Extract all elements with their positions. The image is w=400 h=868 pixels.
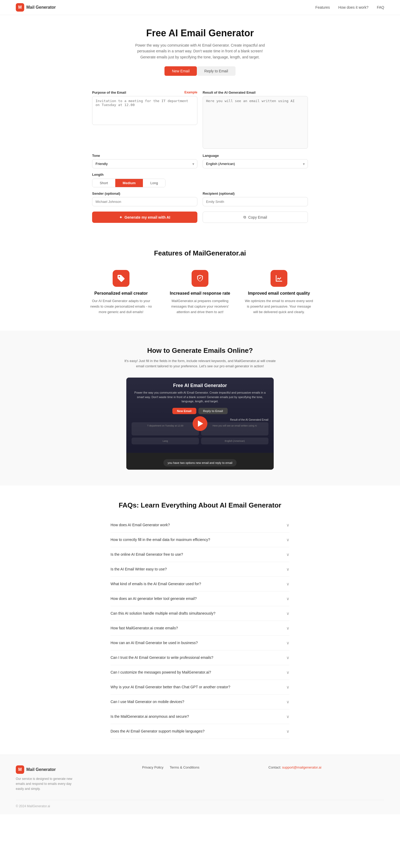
email-form: Purpose of the Email Example Result of t…	[82, 84, 318, 234]
footer-top: M Mail Generator Our service is designed…	[16, 765, 384, 792]
faq-question-0: How does AI Email Generator work?	[111, 523, 170, 527]
nav-howto[interactable]: How does it work?	[338, 5, 368, 9]
language-label: Language	[203, 154, 308, 158]
faq-item-5[interactable]: How does an AI generator letter tool gen…	[111, 591, 289, 606]
nav-features[interactable]: Features	[315, 5, 330, 9]
faq-item-6[interactable]: Can this AI solution handle multiple ema…	[111, 606, 289, 621]
faq-question-3: Is the AI Email Writer easy to use?	[111, 567, 167, 571]
feature-title-2: Improved email content quality	[245, 291, 313, 296]
faq-item-11[interactable]: Why is your AI Email Generator better th…	[111, 680, 289, 694]
nav-faq[interactable]: FAQ	[377, 5, 384, 9]
generate-label: Generate my email with AI	[124, 215, 170, 219]
faq-chevron-13: ∨	[286, 714, 289, 719]
faq-item-1[interactable]: How to correctly fill in the email data …	[111, 532, 289, 547]
footer-logo[interactable]: M Mail Generator	[16, 765, 131, 774]
purpose-label: Purpose of the Email	[92, 91, 126, 94]
faq-item-9[interactable]: Can I trust the AI Email Generator to wr…	[111, 650, 289, 665]
faq-item-0[interactable]: How does AI Email Generator work? ∨	[111, 518, 289, 532]
contact-label: Contact:	[269, 765, 281, 769]
generate-icon: ✦	[119, 215, 122, 219]
video-preview: Free AI Email Generator Power the way yo…	[126, 378, 274, 453]
footer-links: Privacy Policy Terms & Conditions	[142, 765, 258, 792]
sender-input[interactable]	[92, 197, 197, 206]
video-tab-reply: Reply to Email	[198, 408, 228, 414]
chart-icon	[275, 274, 283, 283]
feature-icon-1	[192, 270, 208, 287]
footer-logo-icon: M	[16, 765, 24, 774]
form-main-grid: Purpose of the Email Example Result of t…	[92, 91, 308, 150]
faq-item-10[interactable]: Can I customize the messages powered by …	[111, 665, 289, 680]
video-lang-label: Lang	[134, 440, 197, 442]
faq-chevron-14: ∨	[286, 729, 289, 734]
feature-icon-2	[271, 270, 287, 287]
tab-reply-email[interactable]: Reply to Email	[197, 66, 235, 76]
footer: M Mail Generator Our service is designed…	[0, 754, 400, 814]
faq-question-1: How to correctly fill in the email data …	[111, 537, 210, 542]
faq-chevron-2: ∨	[286, 552, 289, 557]
tab-new-email[interactable]: New Email	[164, 66, 197, 76]
main-nav: Features How does it work? FAQ	[315, 5, 384, 9]
contact-email[interactable]: support@mailgenerator.ai	[282, 765, 321, 769]
feature-card-0: Personalized email creator Our AI Email …	[87, 270, 155, 315]
faq-item-12[interactable]: Can I use Mail Generator on mobile devic…	[111, 694, 289, 709]
video-lang-row: Lang English (American)	[131, 438, 269, 444]
features-title: Features of MailGenerator.ai	[10, 249, 390, 257]
faq-chevron-5: ∨	[286, 596, 289, 601]
sender-recipient-row: Sender (optional) Recipient (optional)	[92, 191, 308, 206]
tone-language-row: Tone Friendly Formal Casual Professional…	[92, 154, 308, 168]
faq-chevron-12: ∨	[286, 699, 289, 704]
play-button[interactable]	[193, 416, 207, 431]
hero-title: Free AI Email Generator	[5, 28, 395, 39]
tone-select[interactable]: Friendly Formal Casual Professional Humo…	[92, 159, 197, 168]
features-section: Features of MailGenerator.ai Personalize…	[0, 234, 400, 331]
faq-item-13[interactable]: Is the MailGenerator.ai anonymous and se…	[111, 709, 289, 724]
feature-desc-2: We optimizes the email to ensure every w…	[245, 298, 313, 315]
video-tab-new: New Email	[173, 408, 196, 414]
feature-desc-0: Our AI Email Generator adapts to your ne…	[87, 298, 155, 315]
video-lang-right: English (American)	[201, 438, 269, 444]
faq-question-6: Can this AI solution handle multiple ema…	[111, 611, 215, 615]
tone-select-wrap: Friendly Formal Casual Professional Humo…	[92, 159, 197, 168]
howto-title: How to Generate Emails Online?	[10, 346, 390, 355]
logo[interactable]: M Mail Generator	[16, 3, 56, 11]
length-buttons: Short Medium Long	[92, 179, 165, 187]
feature-card-2: Improved email content quality We optimi…	[245, 270, 313, 315]
video-inner-sub: Power the way you communicate with AI Em…	[131, 391, 269, 404]
logo-icon: M	[16, 3, 24, 11]
video-lang-left: Lang	[131, 438, 199, 444]
video-inner-title: Free AI Email Generator	[131, 383, 269, 389]
faq-chevron-10: ∨	[286, 670, 289, 675]
footer-copyright: © 2024 MailGenerator.ai	[16, 800, 384, 808]
faq-item-4[interactable]: What kind of emails is the AI Email Gene…	[111, 577, 289, 591]
faq-item-14[interactable]: Does the AI Email Generator support mult…	[111, 724, 289, 739]
faq-question-11: Why is your AI Email Generator better th…	[111, 685, 230, 689]
purpose-input[interactable]	[92, 96, 197, 125]
copy-button[interactable]: ⧉ Copy Email	[203, 212, 308, 223]
length-long[interactable]: Long	[143, 179, 165, 187]
faq-item-3[interactable]: Is the AI Email Writer easy to use? ∨	[111, 562, 289, 577]
length-medium[interactable]: Medium	[115, 179, 143, 187]
length-short[interactable]: Short	[92, 179, 115, 187]
howto-section: How to Generate Emails Online? It's easy…	[0, 331, 400, 486]
faq-item-8[interactable]: How can an AI Email Generator be used in…	[111, 636, 289, 650]
terms-link[interactable]: Terms & Conditions	[170, 765, 199, 769]
faq-item-7[interactable]: How fast MailGenerator.ai create emails?…	[111, 621, 289, 636]
header: M Mail Generator Features How does it wo…	[0, 0, 400, 15]
example-link[interactable]: Example	[184, 91, 197, 94]
video-container: Free AI Email Generator Power the way yo…	[126, 378, 274, 470]
copy-label: Copy Email	[248, 215, 267, 219]
faq-item-2[interactable]: Is the online AI Email Generator free to…	[111, 547, 289, 562]
faq-list: How does AI Email Generator work? ∨ How …	[111, 518, 289, 739]
recipient-input[interactable]	[203, 197, 308, 206]
language-select[interactable]: English (American) English (British) Spa…	[203, 159, 308, 168]
tag-icon	[117, 274, 125, 283]
email-type-tabs: New Email Reply to Email	[5, 66, 395, 76]
faq-chevron-4: ∨	[286, 582, 289, 586]
privacy-link[interactable]: Privacy Policy	[142, 765, 163, 769]
faq-chevron-0: ∨	[286, 523, 289, 528]
generate-button[interactable]: ✦ Generate my email with AI	[92, 212, 197, 223]
faq-question-12: Can I use Mail Generator on mobile devic…	[111, 700, 184, 704]
result-label: Result of the AI Generated Email	[203, 91, 308, 94]
faq-chevron-11: ∨	[286, 685, 289, 690]
faq-chevron-8: ∨	[286, 641, 289, 645]
